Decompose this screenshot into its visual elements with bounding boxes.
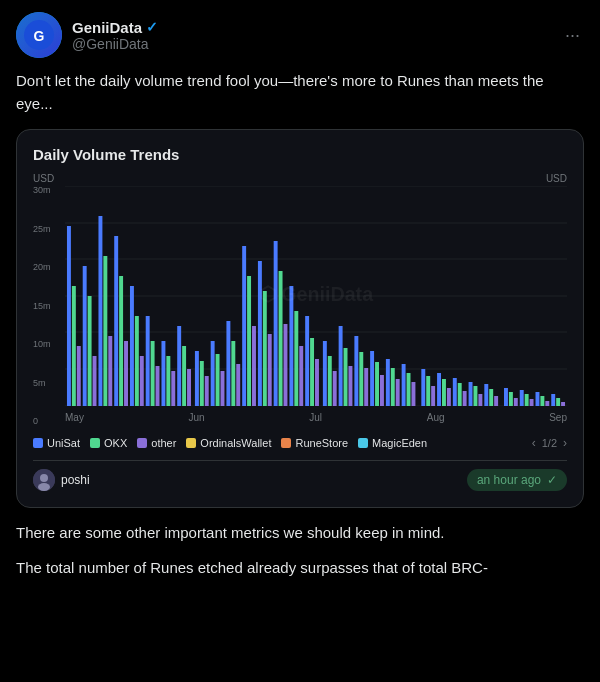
legend-dot-other: [137, 438, 147, 448]
legend-magiceden: MagicEden: [358, 437, 427, 449]
svg-rect-46: [263, 291, 267, 406]
svg-rect-97: [540, 396, 544, 406]
svg-rect-101: [561, 402, 565, 406]
svg-rect-92: [514, 398, 518, 406]
svg-rect-9: [67, 226, 71, 406]
legend-nav: ‹ 1/2 ›: [532, 436, 567, 450]
svg-rect-98: [545, 401, 549, 406]
svg-rect-87: [484, 384, 488, 406]
svg-rect-75: [421, 369, 425, 406]
svg-rect-22: [135, 316, 139, 406]
svg-rect-14: [93, 356, 97, 406]
svg-rect-68: [380, 375, 384, 406]
legend-dot-unisat: [33, 438, 43, 448]
chart-svg-container: ⬡ GeniiData May Jun Jul Aug Sep: [65, 186, 567, 406]
tweet-body-text-2: The total number of Runes etched already…: [16, 557, 584, 592]
y-label-15m: 15m: [33, 302, 65, 311]
legend-next-button[interactable]: ›: [563, 436, 567, 450]
legend-prev-button[interactable]: ‹: [532, 436, 536, 450]
svg-rect-47: [268, 334, 272, 406]
x-label-jun: Jun: [189, 412, 205, 423]
avatar-logo: G: [23, 19, 55, 51]
svg-rect-53: [299, 346, 303, 406]
svg-rect-37: [216, 354, 220, 406]
user-info: GeniiData ✓ @GeniiData: [72, 19, 158, 52]
svg-rect-76: [426, 376, 430, 406]
svg-rect-72: [402, 364, 406, 406]
poshi-info: poshi: [33, 469, 90, 491]
svg-rect-95: [530, 399, 534, 406]
display-name: GeniiData ✓: [72, 19, 158, 36]
y-axis-right-label: USD: [546, 173, 567, 184]
svg-rect-12: [83, 266, 87, 406]
svg-rect-40: [231, 341, 235, 406]
svg-rect-59: [333, 371, 337, 406]
legend-dot-runestore: [281, 438, 291, 448]
svg-rect-81: [453, 378, 457, 406]
avatar[interactable]: G: [16, 12, 62, 58]
svg-rect-77: [431, 386, 435, 406]
svg-rect-63: [354, 336, 358, 406]
timestamp-text: an hour ago: [477, 473, 541, 487]
verified-icon: ✓: [146, 19, 158, 35]
svg-rect-11: [77, 346, 81, 406]
svg-rect-83: [463, 391, 467, 406]
more-options-button[interactable]: ···: [561, 21, 584, 50]
svg-rect-34: [200, 361, 204, 406]
svg-point-105: [38, 483, 50, 491]
svg-rect-89: [494, 396, 498, 406]
svg-rect-94: [525, 394, 529, 406]
svg-rect-60: [339, 326, 343, 406]
svg-rect-100: [556, 398, 560, 406]
svg-rect-41: [236, 364, 240, 406]
legend-runestore: RuneStore: [281, 437, 348, 449]
svg-rect-33: [195, 351, 199, 406]
svg-rect-15: [98, 216, 102, 406]
svg-rect-25: [151, 341, 155, 406]
chart-legend: UniSat OKX other OrdinalsWallet RuneStor…: [33, 436, 567, 450]
legend-unisat: UniSat: [33, 437, 80, 449]
svg-rect-58: [328, 356, 332, 406]
svg-text:G: G: [34, 28, 45, 44]
legend-ordinals: OrdinalsWallet: [186, 437, 271, 449]
svg-rect-42: [242, 246, 246, 406]
y-label-10m: 10m: [33, 340, 65, 349]
x-label-aug: Aug: [427, 412, 445, 423]
x-label-sep: Sep: [549, 412, 567, 423]
svg-rect-66: [370, 351, 374, 406]
svg-rect-28: [166, 356, 170, 406]
chart-title: Daily Volume Trends: [33, 146, 567, 163]
svg-rect-82: [458, 383, 462, 406]
svg-rect-17: [108, 336, 112, 406]
svg-rect-85: [473, 386, 477, 406]
svg-rect-35: [205, 376, 209, 406]
svg-rect-90: [504, 388, 508, 406]
svg-rect-48: [274, 241, 278, 406]
svg-rect-10: [72, 286, 76, 406]
svg-rect-91: [509, 392, 513, 406]
legend-label-ordinals: OrdinalsWallet: [200, 437, 271, 449]
legend-label-okx: OKX: [104, 437, 127, 449]
svg-rect-44: [252, 326, 256, 406]
tweet-container: G GeniiData ✓ @GeniiData ··· Don't let t…: [0, 0, 600, 591]
svg-rect-57: [323, 341, 327, 406]
avatar-inner: G: [16, 12, 62, 58]
svg-rect-65: [364, 368, 368, 406]
card-footer: poshi an hour ago ✓: [33, 460, 567, 491]
username: @GeniiData: [72, 36, 158, 52]
timestamp-check-icon: ✓: [547, 473, 557, 487]
chart-labels-top: USD USD: [33, 173, 567, 184]
chart-svg: ⬡ GeniiData: [65, 186, 567, 406]
svg-rect-18: [114, 236, 118, 406]
svg-rect-86: [478, 394, 482, 406]
svg-rect-36: [211, 341, 215, 406]
tweet-header: G GeniiData ✓ @GeniiData ···: [16, 12, 584, 58]
tweet-body-text-1: There are some other important metrics w…: [16, 522, 584, 557]
svg-rect-26: [156, 366, 160, 406]
display-name-text: GeniiData: [72, 19, 142, 36]
svg-rect-80: [447, 388, 451, 406]
svg-rect-50: [284, 324, 288, 406]
tweet-header-left: G GeniiData ✓ @GeniiData: [16, 12, 158, 58]
svg-rect-38: [221, 371, 225, 406]
svg-rect-64: [359, 352, 363, 406]
